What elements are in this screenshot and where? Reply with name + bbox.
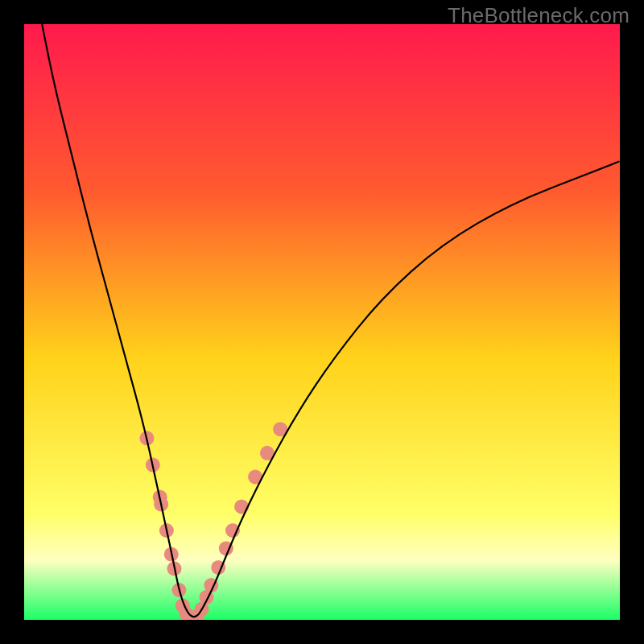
chart-background (24, 24, 620, 620)
chart-plot-area (24, 24, 620, 620)
watermark-text: TheBottleneck.com (448, 3, 630, 28)
highlight-dot (234, 499, 249, 514)
bottleneck-chart-svg (24, 24, 620, 620)
app-root: TheBottleneck.com (0, 0, 644, 644)
